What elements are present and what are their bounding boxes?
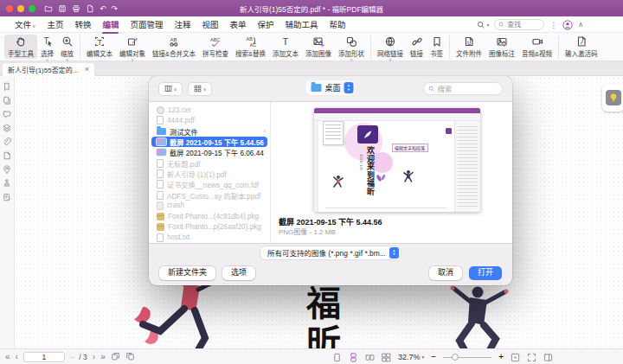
page-number-input[interactable] bbox=[23, 352, 65, 362]
tool-add-text[interactable]: T 添加文本 bbox=[269, 35, 302, 59]
tool-image-annotation[interactable]: 图像标注 bbox=[485, 35, 518, 59]
undo-icon[interactable]: ↶ bbox=[100, 4, 106, 13]
last-page-icon[interactable]: » bbox=[100, 353, 106, 361]
file-type-filter-select[interactable]: 所有可支持的图像 (*.png *.gif *.bm... ▴▾ bbox=[260, 246, 401, 259]
attachments-panel-icon[interactable] bbox=[3, 137, 11, 146]
cancel-button[interactable]: 取消 bbox=[429, 266, 462, 280]
tool-zoom[interactable]: 缩放 ∨ bbox=[57, 35, 77, 63]
tool-web-link[interactable]: 网络链接 ∨ bbox=[374, 35, 407, 63]
fullscreen-icon[interactable] bbox=[527, 353, 536, 362]
location-select[interactable]: 桌面 ▴▾ bbox=[305, 80, 355, 95]
open-button[interactable]: 打开 bbox=[469, 266, 502, 280]
page-total-label: / 3 bbox=[79, 353, 87, 361]
find-input[interactable] bbox=[507, 21, 540, 29]
zoom-slider[interactable] bbox=[443, 357, 491, 358]
tool-add-image[interactable]: 添加图像 bbox=[302, 35, 335, 59]
tool-link-merge-text[interactable]: AB 链接&合并文本 bbox=[149, 35, 199, 59]
file-row[interactable]: crash bbox=[149, 201, 270, 211]
fit-page-icon[interactable] bbox=[511, 353, 520, 362]
open-folder-icon[interactable] bbox=[44, 4, 53, 13]
pages-panel-icon[interactable] bbox=[3, 96, 11, 105]
menu-view[interactable]: 视图 bbox=[202, 18, 219, 30]
minimize-window-button[interactable] bbox=[17, 5, 24, 12]
file-row[interactable]: 123.cer bbox=[149, 105, 270, 115]
file-row[interactable]: host.txt bbox=[149, 233, 270, 243]
file-row[interactable]: 证书交换__news_qq_com.fdf bbox=[149, 179, 270, 189]
view-grid-button[interactable]: ∨ bbox=[188, 82, 212, 96]
tool-edit-object[interactable]: 编辑对象 ∨ bbox=[116, 35, 149, 63]
menu-help[interactable]: 帮助 bbox=[330, 18, 346, 30]
more-options-icon[interactable]: ⋮ bbox=[549, 21, 557, 29]
zoom-level-select[interactable]: 32.7% ▾ bbox=[398, 353, 424, 361]
menu-comment[interactable]: 注释 bbox=[174, 18, 190, 30]
tool-add-shapes[interactable]: 添加形状 ∨ bbox=[335, 35, 368, 63]
tool-link[interactable]: 链接 bbox=[407, 35, 427, 59]
file-row[interactable]: Foxit Phanto...(4c81db4).pkg bbox=[149, 211, 270, 221]
facing-continuous-view-icon[interactable] bbox=[382, 353, 391, 362]
form-check-panel-icon[interactable] bbox=[3, 193, 11, 201]
menu-home[interactable]: 主页 bbox=[47, 18, 63, 30]
file-row[interactable]: 4444.pdf bbox=[149, 115, 270, 125]
next-view-icon[interactable] bbox=[125, 352, 135, 361]
tool-select[interactable]: T 选择 ∨ bbox=[37, 35, 57, 63]
tool-search-replace[interactable]: ABAC 搜索&替换 bbox=[232, 35, 269, 59]
document-tab[interactable]: 新人引导(1)55否定的... × bbox=[3, 63, 94, 76]
signature-panel-icon[interactable] bbox=[3, 179, 11, 188]
first-page-icon[interactable]: « bbox=[5, 353, 10, 361]
options-button[interactable]: 选项 bbox=[222, 266, 255, 280]
close-window-button[interactable] bbox=[6, 5, 13, 12]
tool-edit-text[interactable]: T 编辑文本 bbox=[83, 35, 116, 59]
view-columns-button[interactable]: ∨ bbox=[158, 82, 183, 96]
menu-file[interactable]: 文件∨ bbox=[15, 18, 35, 30]
zoom-slider-knob[interactable] bbox=[452, 354, 459, 361]
previous-view-icon[interactable] bbox=[111, 352, 120, 361]
account-avatar[interactable] bbox=[562, 20, 573, 30]
previous-page-icon[interactable]: ‹ bbox=[16, 353, 18, 361]
find-field[interactable] bbox=[494, 19, 544, 30]
save-icon[interactable] bbox=[58, 4, 67, 13]
next-page-icon[interactable]: › bbox=[93, 353, 95, 361]
continuous-view-icon[interactable] bbox=[349, 353, 358, 362]
zoom-out-icon[interactable]: − bbox=[431, 353, 436, 361]
file-row[interactable]: 无标题.pdf bbox=[149, 157, 270, 168]
tool-audio-video[interactable]: 音频&视频 bbox=[518, 35, 556, 59]
print-icon[interactable] bbox=[72, 4, 80, 13]
tool-activation-code[interactable]: 输入激活码 bbox=[562, 35, 601, 59]
menu-protect[interactable]: 保护 bbox=[258, 18, 274, 30]
file-row[interactable]: ADFS_Custo...ay 的副本.ppdf bbox=[149, 189, 270, 200]
destinations-panel-icon[interactable] bbox=[3, 165, 11, 174]
menu-page-management[interactable]: 页面管理 bbox=[130, 18, 163, 30]
menu-edit[interactable]: 编辑 bbox=[102, 18, 119, 30]
facing-view-icon[interactable] bbox=[365, 353, 375, 362]
file-row[interactable]: 新人引导 (1)(1).pdf bbox=[149, 169, 270, 179]
new-document-icon[interactable] bbox=[86, 4, 94, 13]
dialog-search-field[interactable] bbox=[423, 82, 503, 95]
folder-row[interactable]: 测试文件› bbox=[149, 126, 270, 137]
menu-accessibility-tools[interactable]: 辅助工具 bbox=[286, 18, 318, 30]
comments-panel-icon[interactable] bbox=[3, 110, 11, 118]
dialog-search-input[interactable] bbox=[438, 85, 498, 93]
close-tab-icon[interactable]: × bbox=[85, 66, 89, 73]
bookmarks-panel-icon[interactable] bbox=[3, 82, 11, 91]
package-file-icon bbox=[157, 213, 164, 220]
tool-hand[interactable]: 手型工具 bbox=[4, 35, 37, 59]
tool-file-attachment[interactable]: 文件附件 bbox=[453, 35, 485, 59]
menu-convert[interactable]: 转换 bbox=[74, 18, 91, 30]
single-page-view-icon[interactable] bbox=[332, 353, 342, 362]
file-row-selected[interactable]: 截屏 2021-09-15 下午 5.44.56 bbox=[151, 137, 267, 147]
zoom-window-button[interactable] bbox=[29, 5, 35, 12]
zoom-in-icon[interactable]: + bbox=[498, 353, 504, 361]
redo-icon[interactable]: ↷ bbox=[112, 4, 119, 13]
collapse-toolbar-icon[interactable]: ∧ bbox=[578, 21, 583, 29]
fields-panel-icon[interactable] bbox=[3, 151, 11, 160]
layers-panel-icon[interactable] bbox=[3, 124, 11, 132]
tool-spellcheck[interactable]: ABC 拼写检查 bbox=[199, 35, 232, 59]
menu-form[interactable]: 表单 bbox=[230, 18, 247, 30]
tool-bookmark[interactable]: 书签 bbox=[427, 35, 446, 59]
assistant-tab[interactable] bbox=[602, 84, 623, 112]
read-mode-panel-icon[interactable] bbox=[543, 353, 553, 362]
find-tool-button[interactable]: ▾ bbox=[477, 21, 489, 29]
new-folder-button[interactable]: 新建文件夹 bbox=[159, 266, 215, 280]
file-row[interactable]: Foxit Phanto...p(26aaf20).pkg bbox=[149, 221, 270, 232]
file-row[interactable]: 截屏 2021-09-15 下午 6.06.44 bbox=[149, 147, 270, 157]
